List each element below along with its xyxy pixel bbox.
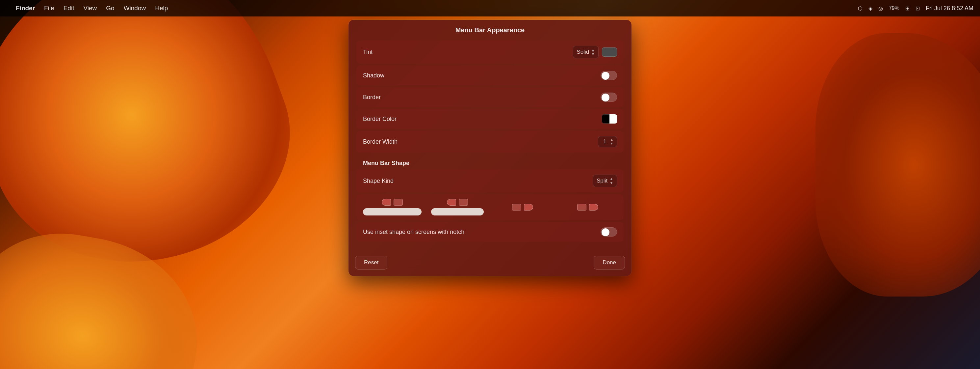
stepper-arrows[interactable]: ▲ ▼ xyxy=(610,138,613,145)
use-inset-toggle[interactable] xyxy=(601,227,617,236)
shape-left-cap-icon-2[interactable] xyxy=(447,199,456,206)
shape-right-cap-icon-2[interactable] xyxy=(589,204,598,211)
menu-help[interactable]: Help xyxy=(155,5,168,12)
menu-bar-shape-title: Menu Bar Shape xyxy=(363,160,409,166)
use-inset-label: Use inset shape on screens with notch xyxy=(363,228,465,236)
shape-kind-dropdown[interactable]: Split ▲ ▼ xyxy=(593,175,617,187)
menu-edit[interactable]: Edit xyxy=(64,5,74,12)
shape-kind-value: Split xyxy=(597,177,608,184)
shape-icons-left xyxy=(382,199,403,206)
tint-label: Tint xyxy=(363,49,372,56)
dialog-window: Menu Bar Appearance Tint Solid ▲ ▼ Shado… xyxy=(348,20,632,276)
shape-kind-row: Shape Kind Split ▲ ▼ xyxy=(356,169,624,192)
shape-preview-far-right xyxy=(493,204,552,211)
menu-file[interactable]: File xyxy=(44,5,54,12)
tint-dropdown[interactable]: Solid ▲ ▼ xyxy=(573,46,598,58)
stepper-up-icon[interactable]: ▲ xyxy=(610,138,613,142)
menubar-left: Finder File Edit View Go Window Help xyxy=(6,5,168,12)
shape-icons-right xyxy=(447,199,468,206)
reset-button[interactable]: Reset xyxy=(355,256,387,270)
bg-wave-3 xyxy=(815,33,980,297)
wifi-icon[interactable]: ◈ xyxy=(869,5,872,11)
shape-right-cap-icon[interactable] xyxy=(524,204,533,211)
dialog-body: Tint Solid ▲ ▼ Shadow Border xyxy=(348,39,632,251)
border-color-row: Border Color xyxy=(356,109,624,129)
shadow-label: Shadow xyxy=(363,72,384,79)
tint-dropdown-value: Solid xyxy=(576,49,589,55)
use-inset-row: Use inset shape on screens with notch xyxy=(356,222,624,242)
location-icon[interactable]: ◎ xyxy=(878,5,883,11)
shape-preview-left xyxy=(363,199,422,216)
border-label: Border xyxy=(363,94,381,101)
border-width-label: Border Width xyxy=(363,138,398,145)
border-toggle[interactable] xyxy=(601,93,617,102)
use-inset-toggle-thumb xyxy=(601,228,609,236)
shape-left-cap-icon[interactable] xyxy=(382,199,391,206)
border-toggle-thumb xyxy=(601,94,609,101)
screen-time-icon[interactable]: ⊡ xyxy=(915,5,920,11)
dialog-title: Menu Bar Appearance xyxy=(455,26,525,34)
stepper-down-icon[interactable]: ▼ xyxy=(610,142,613,145)
shape-bar-left xyxy=(363,208,422,216)
shape-square-icon-2[interactable] xyxy=(459,199,468,206)
shadow-toggle[interactable] xyxy=(601,71,617,80)
shape-preview-last xyxy=(558,204,617,211)
battery-indicator[interactable]: 79% xyxy=(889,5,899,11)
tint-color-swatch[interactable] xyxy=(602,48,617,57)
bluetooth-icon[interactable]: ⬡ xyxy=(858,5,862,11)
shape-icons-far-right xyxy=(512,204,533,211)
shape-kind-label: Shape Kind xyxy=(363,177,394,184)
border-width-stepper[interactable]: 1 ▲ ▼ xyxy=(598,136,617,147)
border-row: Border xyxy=(356,87,624,107)
control-center-icon[interactable]: ⊞ xyxy=(905,5,910,11)
menu-view[interactable]: View xyxy=(83,5,97,12)
tint-controls: Solid ▲ ▼ xyxy=(573,46,617,58)
menu-window[interactable]: Window xyxy=(124,5,146,12)
border-width-row: Border Width 1 ▲ ▼ xyxy=(356,131,624,153)
shape-square-icon-4[interactable] xyxy=(577,204,586,211)
border-color-swatch[interactable] xyxy=(602,114,617,123)
tint-dropdown-chevron-icon: ▲ ▼ xyxy=(591,48,595,56)
border-width-value: 1 xyxy=(601,138,608,145)
shape-kind-chevron-icon: ▲ ▼ xyxy=(609,177,613,185)
menubar-right: ⬡ ◈ ◎ 79% ⊞ ⊡ Fri Jul 26 8:52 AM xyxy=(858,5,974,12)
dialog-titlebar: Menu Bar Appearance xyxy=(348,20,632,39)
menu-bar-shape-section: Menu Bar Shape xyxy=(356,155,624,169)
done-button[interactable]: Done xyxy=(593,256,625,270)
dialog-footer: Reset Done xyxy=(348,251,632,276)
menubar: Finder File Edit View Go Window Help ⬡ ◈… xyxy=(0,0,980,16)
clock: Fri Jul 26 8:52 AM xyxy=(926,5,974,12)
shadow-toggle-thumb xyxy=(601,72,609,80)
shape-square-icon-1[interactable] xyxy=(394,199,403,206)
shadow-row: Shadow xyxy=(356,65,624,85)
shape-preview-right xyxy=(428,199,487,216)
menu-go[interactable]: Go xyxy=(106,5,114,12)
border-color-label: Border Color xyxy=(363,116,396,123)
shape-bar-right xyxy=(431,208,484,216)
shape-square-icon-3[interactable] xyxy=(512,204,521,211)
menu-finder[interactable]: Finder xyxy=(16,5,35,12)
shape-icons-last xyxy=(577,204,598,211)
shape-preview-row xyxy=(356,194,624,220)
tint-row: Tint Solid ▲ ▼ xyxy=(356,40,624,64)
